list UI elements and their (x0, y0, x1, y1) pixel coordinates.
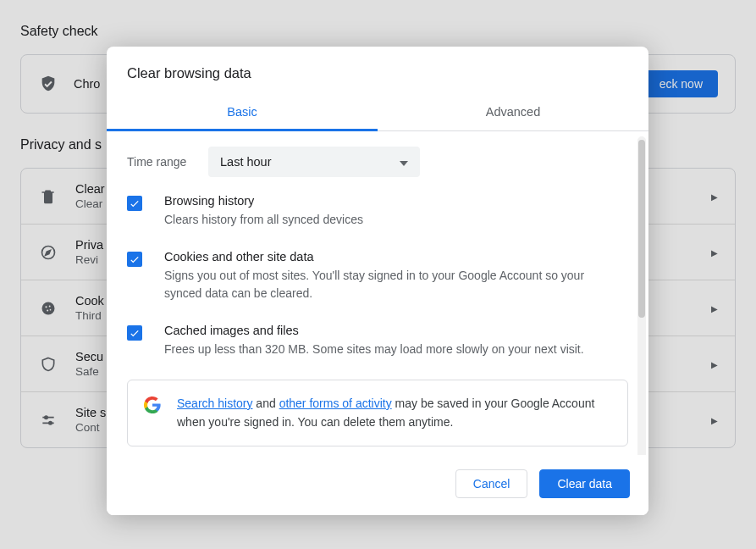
item-desc: Signs you out of most sites. You'll stay… (164, 267, 611, 303)
item-title: Cached images and files (164, 324, 584, 337)
shield-icon (38, 354, 58, 374)
clear-browsing-data-dialog: Clear browsing data Basic Advanced Time … (107, 47, 648, 515)
svg-point-6 (45, 416, 47, 419)
svg-point-1 (42, 302, 55, 314)
dialog-footer: Cancel Clear data (107, 455, 648, 515)
item-desc: Frees up less than 320 MB. Some sites ma… (164, 341, 584, 359)
chevron-right-icon (711, 302, 718, 314)
clear-data-button[interactable]: Clear data (539, 469, 630, 498)
time-range-select[interactable]: Last hour (208, 147, 420, 177)
check-now-button[interactable]: eck now (644, 70, 718, 97)
google-info-text: Search history and other forms of activi… (177, 394, 612, 432)
chevron-right-icon (711, 247, 718, 258)
dialog-title: Clear browsing data (107, 47, 648, 97)
item-title: Cookies and other site data (164, 250, 611, 263)
svg-point-5 (50, 308, 52, 310)
dialog-body: Time range Last hour Browsing history Cl… (107, 131, 648, 455)
svg-point-2 (45, 306, 47, 308)
safety-check-heading: Safety check (20, 24, 756, 39)
time-range-label: Time range (127, 155, 208, 169)
checkbox-cached[interactable] (127, 325, 142, 341)
checkbox-cookies[interactable] (127, 252, 142, 267)
cookie-icon (38, 298, 58, 319)
time-range-value: Last hour (220, 155, 271, 169)
scrollbar[interactable] (637, 136, 646, 455)
shield-check-icon (38, 74, 58, 94)
google-info-box: Search history and other forms of activi… (127, 380, 628, 446)
search-history-link[interactable]: Search history (177, 396, 252, 410)
google-logo-icon (143, 396, 162, 414)
svg-point-4 (47, 309, 48, 311)
sliders-icon (38, 410, 58, 430)
dialog-tabs: Basic Advanced (107, 97, 648, 131)
chevron-right-icon (711, 358, 718, 370)
dropdown-icon (400, 155, 408, 169)
cancel-button[interactable]: Cancel (455, 469, 528, 498)
chevron-right-icon (711, 191, 718, 202)
tab-advanced[interactable]: Advanced (378, 97, 648, 130)
tab-basic[interactable]: Basic (107, 97, 378, 131)
trash-icon (38, 186, 58, 207)
svg-point-7 (49, 421, 52, 424)
svg-point-3 (49, 305, 51, 307)
chevron-right-icon (711, 414, 718, 426)
checkbox-browsing-history[interactable] (127, 196, 142, 211)
other-activity-link[interactable]: other forms of activity (279, 396, 392, 410)
compass-icon (38, 242, 58, 263)
item-desc: Clears history from all synced devices (164, 211, 363, 230)
item-title: Browsing history (164, 194, 363, 208)
